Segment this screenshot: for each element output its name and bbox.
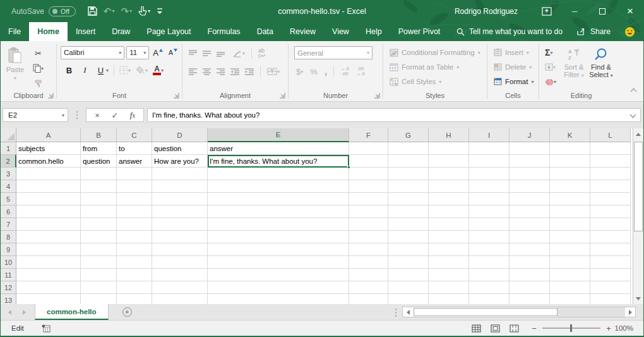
save-button[interactable] <box>86 4 99 19</box>
cell-B9[interactable] <box>81 243 117 256</box>
cell-L4[interactable] <box>590 180 631 193</box>
bottom-align-button[interactable] <box>215 46 227 60</box>
cell-D1[interactable]: question <box>152 142 208 155</box>
cell-F1[interactable] <box>349 142 388 155</box>
new-sheet-button[interactable]: + <box>122 304 132 320</box>
column-header-C[interactable]: C <box>117 128 152 142</box>
cell-A6[interactable] <box>16 205 81 218</box>
row-header-7[interactable]: 7 <box>1 218 16 231</box>
zoom-slider-track[interactable] <box>542 328 600 329</box>
cell-E1[interactable]: answer <box>208 142 349 155</box>
cell-F2[interactable] <box>349 155 388 168</box>
row-header-10[interactable]: 10 <box>1 256 16 269</box>
cell-F5[interactable] <box>349 193 388 205</box>
customize-qat-button[interactable] <box>155 4 165 19</box>
vertical-scrollbar[interactable] <box>633 128 643 304</box>
insert-cells-button[interactable]: Insert ▾ <box>491 46 539 59</box>
cell-B13[interactable] <box>81 294 117 304</box>
underline-button[interactable]: U▾ <box>93 63 110 77</box>
comma-style-button[interactable]: , <box>323 64 329 78</box>
scroll-right-button[interactable] <box>625 307 635 317</box>
user-name[interactable]: Rodrigo Rodriguez <box>455 7 518 16</box>
cell-D9[interactable] <box>152 243 208 256</box>
minimize-button[interactable]: ─ <box>561 0 588 22</box>
cell-D4[interactable] <box>152 180 208 193</box>
cell-L13[interactable] <box>590 294 631 304</box>
format-painter-button[interactable] <box>31 77 45 90</box>
align-right-button[interactable] <box>215 64 227 78</box>
cell-C1[interactable]: to <box>117 142 152 155</box>
tab-splitter-handle[interactable] <box>395 308 397 317</box>
cell-F11[interactable] <box>349 269 388 281</box>
cell-G8[interactable] <box>388 231 429 243</box>
cell-E11[interactable] <box>208 269 349 281</box>
cell-H3[interactable] <box>429 168 469 180</box>
fill-button[interactable]: ▾ <box>543 60 558 74</box>
tab-insert[interactable]: Insert <box>68 22 104 41</box>
cell-G7[interactable] <box>388 218 429 231</box>
cell-G4[interactable] <box>388 180 429 193</box>
cell-E12[interactable] <box>208 281 349 294</box>
cell-C8[interactable] <box>117 231 152 243</box>
cell-J3[interactable] <box>510 168 550 180</box>
tab-file[interactable]: File <box>0 22 29 41</box>
cell-B4[interactable] <box>81 180 117 193</box>
macro-record-button[interactable] <box>42 324 51 333</box>
align-left-button[interactable] <box>187 64 199 78</box>
autosave-toggle[interactable]: AutoSave Off <box>11 6 76 16</box>
delete-cells-button[interactable]: Delete ▾ <box>491 60 539 74</box>
cell-C5[interactable] <box>117 193 152 205</box>
cell-J4[interactable] <box>510 180 550 193</box>
cell-K8[interactable] <box>550 231 590 243</box>
cell-I12[interactable] <box>469 281 510 294</box>
clipboard-dialog-launcher[interactable] <box>47 92 54 99</box>
cell-G1[interactable] <box>388 142 429 155</box>
cell-H5[interactable] <box>429 193 469 205</box>
row-header-11[interactable]: 11 <box>1 269 16 281</box>
cell-G9[interactable] <box>388 243 429 256</box>
cell-G5[interactable] <box>388 193 429 205</box>
font-name-combo[interactable]: Calibri▾ <box>61 46 124 59</box>
cell-I6[interactable] <box>469 205 510 218</box>
cell-C9[interactable] <box>117 243 152 256</box>
clear-button[interactable]: ▾ <box>543 75 558 89</box>
name-box[interactable]: E2▾ <box>3 108 68 122</box>
paste-button[interactable]: Paste ▾ <box>1 45 30 92</box>
merge-dropdown-icon[interactable]: ▾ <box>277 69 280 75</box>
undo-dropdown-icon[interactable]: ▾ <box>112 8 114 14</box>
normal-view-button[interactable] <box>467 321 486 335</box>
cell-K6[interactable] <box>550 205 590 218</box>
row-header-5[interactable]: 5 <box>1 193 16 205</box>
cell-I3[interactable] <box>469 168 510 180</box>
fill-dropdown-icon[interactable]: ▾ <box>553 64 556 70</box>
cell-J8[interactable] <box>510 231 550 243</box>
cell-B12[interactable] <box>81 281 117 294</box>
touch-mode-dropdown-icon[interactable]: ▾ <box>148 8 150 14</box>
font-size-combo[interactable]: 11▾ <box>126 46 149 59</box>
cell-A11[interactable] <box>16 269 81 281</box>
copy-button[interactable]: ▾ <box>31 61 45 75</box>
cell-I13[interactable] <box>469 294 510 304</box>
cell-I1[interactable] <box>469 142 510 155</box>
column-header-H[interactable]: H <box>429 128 469 142</box>
sort-filter-button[interactable]: AZ Sort &Filter ▾ <box>561 45 587 92</box>
cell-I11[interactable] <box>469 269 510 281</box>
cell-C11[interactable] <box>117 269 152 281</box>
borders-dropdown-icon[interactable]: ▾ <box>128 68 131 73</box>
cell-B1[interactable]: from <box>81 142 117 155</box>
cell-I10[interactable] <box>469 256 510 269</box>
cell-G11[interactable] <box>388 269 429 281</box>
decrease-indent-button[interactable] <box>229 64 241 78</box>
cell-K2[interactable] <box>550 155 590 168</box>
cell-I9[interactable] <box>469 243 510 256</box>
tab-data[interactable]: Data <box>249 22 282 41</box>
cell-L2[interactable] <box>590 155 631 168</box>
insert-function-button[interactable]: fx <box>124 110 141 120</box>
close-button[interactable]: × <box>616 0 644 22</box>
fill-color-button[interactable]: ▾ <box>134 63 150 77</box>
cell-A10[interactable] <box>16 256 81 269</box>
tab-home[interactable]: Home <box>29 22 68 41</box>
cell-J11[interactable] <box>510 269 550 281</box>
cell-D5[interactable] <box>152 193 208 205</box>
cell-E6[interactable] <box>208 205 349 218</box>
